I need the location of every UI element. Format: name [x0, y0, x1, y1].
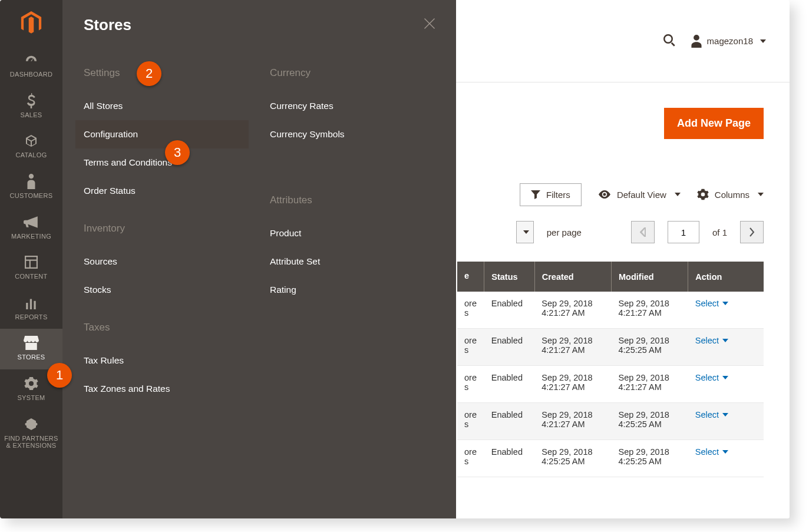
select-action[interactable]: Select — [695, 447, 728, 457]
cell-created: Sep 29, 20184:21:27 AM — [534, 292, 611, 329]
nav-label: STORES — [2, 353, 60, 361]
col-action[interactable]: Action — [688, 262, 764, 292]
col-created[interactable]: Created — [534, 262, 611, 292]
nav-label: MARKETING — [2, 233, 60, 240]
cell-action: Select — [688, 292, 764, 329]
cell-status: Enabled — [484, 292, 534, 329]
link-product[interactable]: Product — [270, 219, 435, 247]
megaphone-icon — [2, 214, 60, 230]
funnel-icon — [531, 190, 540, 199]
add-new-page-button[interactable]: Add New Page — [664, 108, 764, 139]
cell-status: Enabled — [484, 366, 534, 403]
user-name: magezon18 — [707, 36, 753, 46]
cell-modified: Sep 29, 20184:21:27 AM — [611, 366, 688, 403]
link-currency-rates[interactable]: Currency Rates — [270, 92, 435, 120]
nav-sales[interactable]: SALES — [0, 87, 62, 127]
link-rating[interactable]: Rating — [270, 276, 435, 304]
group-settings: Settings — [84, 67, 249, 79]
table-row[interactable]: oresEnabledSep 29, 20184:21:27 AMSep 29,… — [457, 403, 764, 440]
chevron-down-icon — [722, 376, 728, 379]
user-icon — [691, 35, 702, 48]
group-attributes: Attributes — [270, 194, 435, 206]
annotation-2: 2 — [137, 61, 161, 86]
nav-stores[interactable]: STORES — [0, 329, 62, 369]
nav-marketing[interactable]: MARKETING — [0, 208, 62, 249]
link-sources[interactable]: Sources — [84, 247, 249, 276]
table-row[interactable]: oresEnabledSep 29, 20184:21:27 AMSep 29,… — [457, 329, 764, 366]
cell-store: ores — [457, 366, 484, 403]
storefront-icon — [2, 335, 60, 351]
cell-status: Enabled — [484, 403, 534, 440]
cell-action: Select — [688, 440, 764, 477]
user-menu[interactable]: magezon18 — [691, 35, 766, 48]
col-modified[interactable]: Modified — [611, 262, 688, 292]
cell-action: Select — [688, 366, 764, 403]
link-stocks[interactable]: Stocks — [84, 276, 249, 304]
per-page-label: per page — [547, 227, 582, 237]
link-attribute-set[interactable]: Attribute Set — [270, 247, 435, 276]
group-currency: Currency — [270, 67, 435, 79]
chevron-down-icon — [722, 339, 728, 342]
nav-label: CONTENT — [2, 273, 60, 280]
close-icon[interactable] — [424, 17, 435, 32]
pager-page-input[interactable] — [668, 221, 699, 243]
table-row[interactable]: oresEnabledSep 29, 20184:21:27 AMSep 29,… — [457, 292, 764, 329]
cell-modified: Sep 29, 20184:21:27 AM — [611, 292, 688, 329]
select-action[interactable]: Select — [695, 299, 728, 308]
nav-label: CUSTOMERS — [2, 192, 60, 200]
box-icon — [2, 133, 60, 149]
chevron-down-icon — [722, 302, 728, 305]
magento-logo-icon — [21, 11, 42, 35]
link-order-status[interactable]: Order Status — [84, 177, 249, 205]
default-view-control[interactable]: Default View — [598, 190, 681, 200]
annotation-3: 3 — [165, 140, 190, 165]
nav-reports[interactable]: REPORTS — [0, 289, 62, 329]
group-taxes: Taxes — [84, 322, 249, 333]
select-action[interactable]: Select — [695, 336, 728, 345]
pager-next[interactable] — [740, 221, 764, 243]
filters-button[interactable]: Filters — [520, 183, 582, 206]
cell-modified: Sep 29, 20184:25:25 AM — [611, 403, 688, 440]
search-icon[interactable] — [662, 33, 676, 49]
cell-modified: Sep 29, 20184:25:25 AM — [611, 440, 688, 477]
col-store-view[interactable]: e — [457, 262, 484, 292]
magento-logo[interactable] — [0, 0, 62, 46]
person-icon — [2, 173, 60, 190]
gear-icon — [697, 189, 709, 200]
nav-dashboard[interactable]: DASHBOARD — [0, 46, 62, 87]
link-currency-symbols[interactable]: Currency Symbols — [270, 120, 435, 148]
select-action[interactable]: Select — [695, 373, 728, 382]
cell-store: ores — [457, 403, 484, 440]
chevron-down-icon — [760, 39, 766, 43]
default-view-label: Default View — [617, 190, 666, 200]
table-row[interactable]: oresEnabledSep 29, 20184:21:27 AMSep 29,… — [457, 366, 764, 403]
link-tax-rules[interactable]: Tax Rules — [84, 346, 249, 375]
pager-prev[interactable] — [631, 221, 655, 243]
select-action[interactable]: Select — [695, 410, 728, 419]
flyout-col-1: Settings All Stores Configuration Terms … — [84, 49, 249, 403]
chevron-down-icon — [523, 230, 529, 234]
cell-status: Enabled — [484, 329, 534, 366]
nav-customers[interactable]: CUSTOMERS — [0, 167, 62, 208]
link-configuration[interactable]: Configuration — [75, 120, 249, 148]
chevron-down-icon — [758, 193, 764, 196]
bar-chart-icon — [2, 295, 60, 311]
cell-action: Select — [688, 403, 764, 440]
nav-content[interactable]: CONTENT — [0, 248, 62, 289]
nav-partners[interactable]: FIND PARTNERS & EXTENSIONS — [0, 410, 62, 458]
stores-flyout: Stores Settings All Stores Configuration… — [62, 0, 456, 518]
cell-store: ores — [457, 292, 484, 329]
group-inventory: Inventory — [84, 223, 249, 234]
table-row[interactable]: oresEnabledSep 29, 20184:25:25 AMSep 29,… — [457, 440, 764, 477]
admin-sidebar: DASHBOARD SALES CATALOG CUSTOMERS MARKET… — [0, 0, 62, 518]
col-status[interactable]: Status — [484, 262, 534, 292]
nav-catalog[interactable]: CATALOG — [0, 127, 62, 167]
link-all-stores[interactable]: All Stores — [84, 92, 249, 120]
chevron-down-icon — [675, 193, 681, 196]
link-tax-zones[interactable]: Tax Zones and Rates — [84, 375, 249, 403]
per-page-select[interactable] — [516, 221, 534, 243]
nav-label: SALES — [2, 111, 60, 119]
columns-control[interactable]: Columns — [697, 189, 764, 200]
cell-created: Sep 29, 20184:25:25 AM — [534, 440, 611, 477]
cell-status: Enabled — [484, 440, 534, 477]
